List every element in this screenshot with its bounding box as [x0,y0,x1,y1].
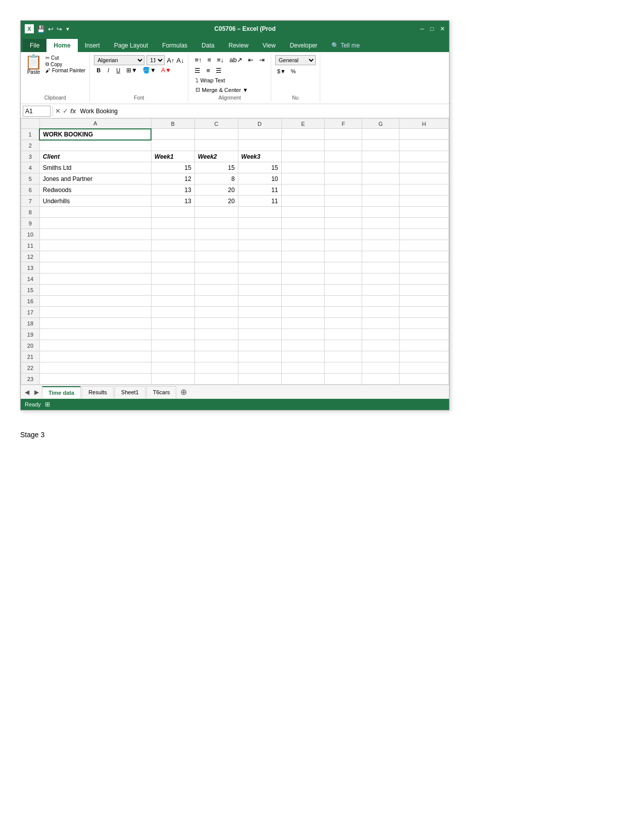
cell[interactable] [281,285,325,296]
percent-btn[interactable]: % [289,67,298,75]
cell[interactable] [325,351,362,362]
cell[interactable] [362,218,400,229]
col-header-h[interactable]: H [399,119,449,129]
font-name-select[interactable]: Algerian [94,55,144,65]
cell[interactable] [362,151,400,162]
cell[interactable] [151,296,194,307]
cell[interactable] [151,362,194,374]
cell[interactable] [399,251,449,262]
cell[interactable] [151,251,194,262]
cell[interactable] [39,240,151,251]
cell[interactable] [362,262,400,273]
cell[interactable] [194,296,238,307]
sheet-nav-prev[interactable]: ◀ [23,389,31,396]
cell[interactable] [399,129,449,140]
cell[interactable] [325,184,362,196]
insert-function-icon[interactable]: fx [70,107,76,115]
sheet-tab-time-data[interactable]: Time data [42,386,81,398]
cell[interactable] [325,173,362,184]
cell[interactable] [238,318,281,329]
cell[interactable] [151,140,194,151]
borders-btn[interactable]: ⊞▼ [125,66,139,74]
wrap-text-button[interactable]: ⤵ Wrap Text [192,76,266,84]
cell[interactable] [399,229,449,240]
cell[interactable] [238,240,281,251]
sheet-tab-sheet1[interactable]: Sheet1 [115,386,145,398]
cell[interactable] [194,218,238,229]
align-center-btn[interactable]: ≡ [204,66,212,75]
cell[interactable] [39,362,151,374]
cell[interactable] [194,262,238,273]
cell[interactable] [325,240,362,251]
cell[interactable] [399,307,449,318]
maximize-btn[interactable]: □ [430,25,434,32]
cell[interactable] [325,273,362,285]
cell[interactable] [281,229,325,240]
indent-decrease-btn[interactable]: ⇤ [246,55,256,65]
cell[interactable] [399,207,449,218]
cell[interactable] [151,374,194,385]
cell[interactable] [362,129,400,140]
cell[interactable] [281,240,325,251]
cut-button[interactable]: ✂ Cut [45,55,85,61]
cell[interactable] [325,307,362,318]
cell[interactable] [238,362,281,374]
cell[interactable] [325,251,362,262]
cell[interactable] [362,173,400,184]
tab-data[interactable]: Data [194,39,221,52]
cell[interactable] [399,374,449,385]
cell[interactable] [151,207,194,218]
cell[interactable] [39,374,151,385]
cell[interactable] [151,273,194,285]
cell[interactable] [281,307,325,318]
cell[interactable] [39,262,151,273]
tab-page-layout[interactable]: Page Layout [107,39,155,52]
cell[interactable] [151,340,194,351]
cell[interactable]: Week2 [194,151,238,162]
cell[interactable] [151,329,194,340]
col-header-f[interactable]: F [325,119,362,129]
cell[interactable] [194,285,238,296]
cell[interactable] [194,362,238,374]
font-size-select[interactable]: 11 [146,55,165,65]
cell[interactable] [194,129,238,140]
cell[interactable] [325,362,362,374]
cell[interactable] [39,140,151,151]
cell[interactable]: Week1 [151,151,194,162]
cell[interactable] [238,207,281,218]
cell[interactable] [238,374,281,385]
cell[interactable] [194,251,238,262]
cell[interactable] [194,374,238,385]
cell[interactable] [281,218,325,229]
cell[interactable]: WORK BOOKING [39,129,151,140]
cell[interactable] [362,351,400,362]
cell[interactable] [325,129,362,140]
cell[interactable]: 15 [194,162,238,173]
cell[interactable] [399,340,449,351]
cell[interactable]: 11 [238,196,281,207]
cell[interactable]: Week3 [238,151,281,162]
align-bottom-btn[interactable]: ≡↓ [215,55,226,65]
tab-formulas[interactable]: Formulas [155,39,194,52]
minimize-btn[interactable]: ─ [420,25,424,32]
cell[interactable]: 8 [194,173,238,184]
cell[interactable] [238,273,281,285]
cell[interactable] [362,140,400,151]
cell[interactable] [39,307,151,318]
cell[interactable] [325,218,362,229]
cell[interactable] [39,351,151,362]
cell[interactable] [281,273,325,285]
col-header-a[interactable]: A [39,119,151,129]
cell[interactable] [399,151,449,162]
cell[interactable] [39,329,151,340]
sheet-nav-next[interactable]: ▶ [32,389,41,396]
cell[interactable] [399,184,449,196]
cell[interactable] [399,296,449,307]
cell[interactable] [238,296,281,307]
cell[interactable] [281,296,325,307]
col-header-b[interactable]: B [151,119,194,129]
cell[interactable] [281,362,325,374]
cell[interactable]: 15 [151,162,194,173]
underline-button[interactable]: U [114,66,123,74]
cell[interactable] [399,318,449,329]
